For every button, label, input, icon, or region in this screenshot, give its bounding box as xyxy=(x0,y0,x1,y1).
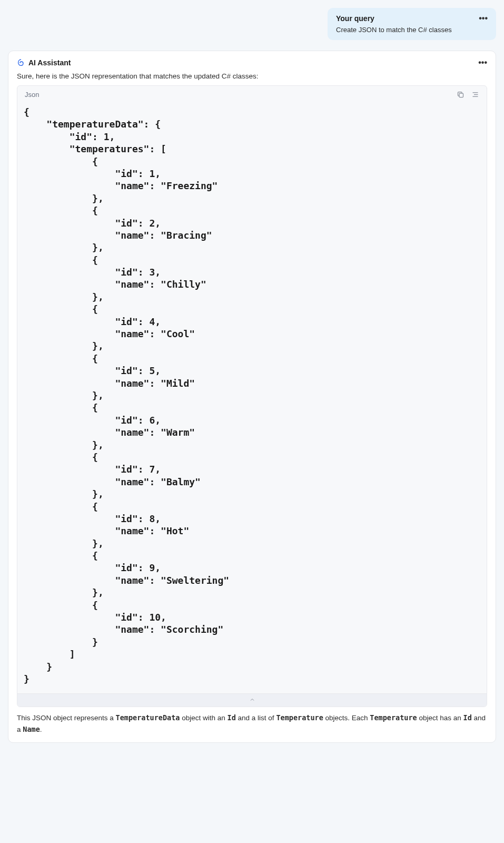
assistant-panel: AI Assistant ••• Sure, here is the JSON … xyxy=(8,51,496,743)
code-language-label: Json xyxy=(25,91,39,99)
footer-code: Name xyxy=(23,725,40,733)
swirl-icon xyxy=(17,58,25,67)
footer-code: Id xyxy=(228,713,236,722)
footer-segment: object with an xyxy=(180,714,228,722)
query-label: Your query xyxy=(336,14,374,23)
copy-icon[interactable] xyxy=(456,90,465,99)
assistant-intro: Sure, here is the JSON representation th… xyxy=(17,72,487,80)
footer-segment: This JSON object represents a xyxy=(17,714,116,722)
format-icon[interactable] xyxy=(471,90,479,99)
more-icon[interactable]: ••• xyxy=(479,14,488,23)
assistant-title: AI Assistant xyxy=(28,58,71,67)
code-block: Json { "temperatureData": { xyxy=(17,85,487,707)
chevron-up-icon xyxy=(249,698,255,704)
user-query-bubble: Your query ••• Create JSON to match the … xyxy=(328,8,496,40)
code-block-header: Json xyxy=(17,86,487,103)
svg-rect-0 xyxy=(459,93,463,97)
more-icon[interactable]: ••• xyxy=(478,58,487,67)
code-content[interactable]: { "temperatureData": { "id": 1, "tempera… xyxy=(17,103,487,693)
footer-code: TemperatureData xyxy=(116,713,180,722)
footer-code: Id xyxy=(463,713,472,722)
footer-segment: . xyxy=(40,726,42,733)
footer-code: Temperature xyxy=(370,713,417,722)
collapse-bar[interactable] xyxy=(17,693,487,707)
footer-segment: objects. Each xyxy=(323,714,370,722)
assistant-header: AI Assistant ••• xyxy=(17,58,487,67)
code-actions xyxy=(456,90,479,99)
query-header: Your query ••• xyxy=(336,14,488,23)
footer-code: Temperature xyxy=(276,713,323,722)
assistant-title-wrap: AI Assistant xyxy=(17,58,71,67)
assistant-footer-text: This JSON object represents a Temperatur… xyxy=(17,712,487,735)
query-text: Create JSON to match the C# classes xyxy=(336,26,488,34)
footer-segment: object has an xyxy=(417,714,463,722)
footer-segment: and a list of xyxy=(236,714,276,722)
